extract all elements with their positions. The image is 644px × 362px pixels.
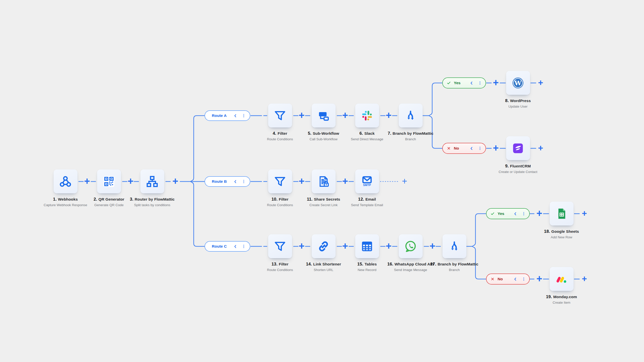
node-card[interactable]	[550, 202, 574, 225]
monday-icon	[555, 272, 568, 286]
node-number: 15.	[357, 262, 363, 266]
kebab-menu-icon[interactable]	[478, 146, 482, 151]
filter-icon	[273, 109, 287, 122]
add-step-button[interactable]: +	[299, 241, 304, 251]
node-number: 11.	[307, 197, 313, 202]
share-secrets-icon	[317, 175, 330, 188]
node-number: 18.	[544, 229, 550, 234]
decision-label: No	[454, 146, 469, 151]
decision-label: Yes	[498, 211, 513, 216]
add-step-button[interactable]: +	[493, 143, 499, 153]
add-step-button[interactable]: +	[429, 241, 435, 251]
workflow-canvas: { "glyphs": { "plus": "+" }, "colors": {…	[0, 0, 644, 362]
kebab-menu-icon[interactable]	[242, 179, 246, 184]
smtp-badge: SMTP	[363, 184, 371, 187]
node-card[interactable]: W	[506, 71, 530, 95]
google-sheets-icon	[555, 207, 568, 220]
add-step-button[interactable]: +	[493, 77, 499, 87]
node-number: 14.	[306, 262, 312, 266]
add-step-button[interactable]: +	[536, 274, 542, 284]
decision-label: Yes	[454, 81, 469, 85]
node-name: Monday.com	[553, 295, 577, 299]
node-subtitle: Branch	[417, 268, 492, 272]
node-number: 17.	[430, 262, 436, 266]
chevron-left-icon[interactable]	[233, 113, 238, 118]
node-card[interactable]	[550, 267, 574, 291]
node-number: 16.	[387, 262, 393, 266]
branch-a-no-pill[interactable]: No	[442, 143, 486, 154]
chevron-left-icon[interactable]	[233, 179, 238, 184]
fluentcrm-icon	[511, 142, 525, 155]
add-step-button[interactable]: +	[342, 176, 348, 186]
route-a-pill[interactable]: Route A	[205, 110, 250, 121]
route-b-pill[interactable]: Route B	[205, 176, 250, 187]
branch-icon	[404, 109, 417, 122]
node-monday[interactable]: 19.Monday.com Create Item	[524, 267, 599, 304]
kebab-menu-icon[interactable]	[242, 244, 246, 249]
cross-icon	[490, 277, 495, 281]
node-email[interactable]: SMTP 12.Email Send Template Email	[329, 169, 405, 207]
node-number: 5.	[308, 131, 311, 136]
node-fluentcrm[interactable]: 9.FluentCRM Create or Update Contact	[480, 136, 556, 174]
node-router[interactable]: 3.Router by FlowMattic Split tasks by co…	[114, 169, 190, 207]
kebab-menu-icon[interactable]	[478, 81, 482, 85]
add-step-button[interactable]: +	[172, 176, 178, 186]
node-card[interactable]	[399, 104, 423, 127]
node-branch-a[interactable]: 7.Branch by FlowMattic Branch	[373, 104, 448, 141]
add-step-button[interactable]: +	[386, 241, 391, 251]
node-card[interactable]	[442, 234, 466, 258]
add-step-button[interactable]: +	[538, 144, 543, 152]
node-wordpress[interactable]: W 8.WordPress Update User	[480, 71, 556, 108]
node-subtitle: Add New Row	[524, 235, 599, 239]
chevron-left-icon[interactable]	[469, 146, 474, 151]
add-step-button[interactable]: +	[299, 176, 304, 186]
kebab-menu-icon[interactable]	[521, 211, 526, 216]
check-icon	[490, 211, 495, 216]
node-branch-c[interactable]: 17.Branch by FlowMattic Branch	[417, 234, 492, 272]
node-name: Branch by FlowMattic	[393, 131, 433, 135]
add-step-button[interactable]: +	[536, 208, 542, 218]
node-number: 8.	[505, 98, 509, 103]
chevron-left-icon[interactable]	[513, 211, 518, 216]
route-c-pill[interactable]: Route C	[205, 241, 250, 252]
add-step-button[interactable]: +	[538, 78, 543, 87]
node-name: Router by FlowMattic	[135, 197, 175, 201]
node-card[interactable]	[506, 136, 530, 160]
filter-icon	[273, 240, 287, 253]
branch-c-no-pill[interactable]: No	[486, 274, 530, 285]
node-card[interactable]	[140, 169, 164, 193]
node-number: 3.	[130, 197, 133, 202]
sub-workflow-icon	[317, 109, 330, 122]
branch-c-yes-pill[interactable]: Yes	[486, 208, 530, 219]
tables-icon	[360, 240, 374, 253]
branch-a-yes-pill[interactable]: Yes	[442, 77, 486, 88]
add-step-button[interactable]: +	[128, 176, 133, 186]
node-number: 6.	[359, 131, 363, 136]
node-google-sheets[interactable]: 18.Google Sheets Add New Row	[524, 202, 599, 239]
add-step-button[interactable]: +	[582, 209, 587, 218]
node-name: Branch by FlowMattic	[437, 262, 478, 266]
slack-icon	[360, 109, 374, 122]
node-card[interactable]: SMTP	[355, 169, 379, 193]
node-subtitle: Create Item	[524, 301, 599, 304]
add-step-button[interactable]: +	[84, 176, 90, 186]
node-number: 12.	[358, 197, 364, 202]
route-label: Route B	[212, 179, 233, 184]
add-step-button[interactable]: +	[342, 241, 348, 251]
kebab-menu-icon[interactable]	[521, 277, 526, 281]
link-icon	[317, 240, 330, 253]
add-step-button[interactable]: +	[342, 110, 348, 120]
kebab-menu-icon[interactable]	[242, 113, 246, 118]
add-step-button[interactable]: +	[386, 110, 391, 120]
node-subtitle: Send Template Email	[329, 203, 405, 207]
add-step-button[interactable]: +	[582, 274, 587, 283]
chevron-left-icon[interactable]	[233, 244, 238, 249]
qr-code-icon	[102, 175, 116, 188]
chevron-left-icon[interactable]	[469, 81, 474, 85]
node-number: 10.	[271, 197, 277, 202]
chevron-left-icon[interactable]	[513, 277, 518, 282]
add-step-button[interactable]: +	[299, 110, 304, 120]
decision-label: No	[498, 277, 513, 281]
add-step-button[interactable]: +	[402, 177, 407, 186]
wordpress-icon: W	[511, 76, 525, 90]
